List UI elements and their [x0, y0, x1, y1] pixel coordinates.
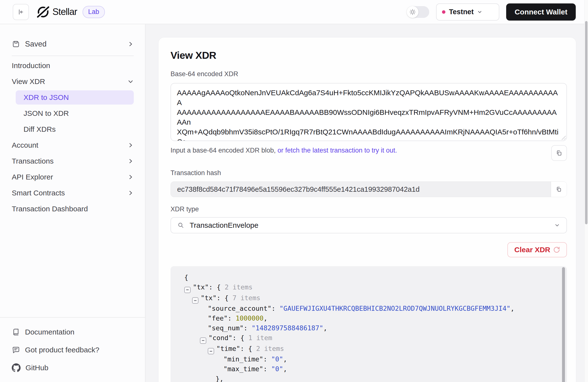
sidebar-item-label: XDR to JSON: [23, 93, 69, 102]
collapse-node-icon[interactable]: [208, 348, 214, 354]
json-punctuation: : {: [232, 334, 245, 342]
json-items-count: 2 items: [252, 345, 284, 352]
sidebar-item-smart-contracts[interactable]: Smart Contracts: [0, 185, 145, 201]
top-header: Stellar Lab Testnet Connect Wallet: [0, 0, 588, 24]
json-punctuation: ,: [264, 314, 268, 322]
brand-name: Stellar: [52, 7, 77, 17]
tx-hash-input[interactable]: [171, 182, 551, 197]
json-items-count: 2 items: [221, 283, 252, 291]
sidebar-item-label: Introduction: [12, 61, 50, 70]
book-icon: [12, 328, 20, 336]
github-icon: [12, 363, 21, 372]
collapse-node-icon[interactable]: [192, 297, 198, 304]
chevron-right-icon: [127, 158, 134, 164]
json-viewer: {"tx": { 2 items"tx": { 7 items"source_a…: [170, 266, 567, 382]
json-key: "time": [216, 345, 240, 352]
json-punctuation: ,: [510, 305, 514, 312]
tx-hash-label: Transaction hash: [170, 169, 221, 177]
clear-xdr-button[interactable]: Clear XDR: [507, 242, 567, 257]
json-punctuation: },: [216, 375, 224, 382]
view-xdr-card: View XDR Base-64 encoded XDR Input a bas…: [158, 37, 576, 382]
json-key: "tx": [193, 283, 209, 291]
sidebar-item-introduction[interactable]: Introduction: [0, 58, 145, 74]
copy-icon: [556, 150, 563, 157]
collapse-node-icon[interactable]: [200, 338, 206, 344]
json-punctuation: :: [263, 365, 272, 373]
chevron-right-icon: [127, 142, 134, 148]
sidebar-item-label: API Explorer: [12, 173, 53, 181]
sidebar-item-diff-xdrs[interactable]: Diff XDRs: [16, 122, 134, 136]
sidebar-item-label: Transaction Dashboard: [12, 205, 88, 213]
json-line: "tx": { 2 items: [177, 282, 567, 293]
sidebar-footer-item-documentation[interactable]: Documentation: [0, 323, 145, 341]
copy-icon: [556, 186, 562, 192]
page-scrollbar-track[interactable]: [584, 0, 588, 382]
json-key: "max_time": [223, 365, 263, 373]
chevron-down-icon: [554, 222, 560, 228]
search-icon: [177, 222, 184, 229]
sidebar-item-label: Account: [12, 141, 38, 149]
tx-hash-field: [170, 181, 567, 197]
sidebar-item-label: JSON to XDR: [23, 109, 69, 118]
json-string-value: "0": [271, 355, 283, 363]
chevron-right-icon: [127, 190, 134, 196]
chevron-right-icon: [127, 41, 134, 47]
xdr-type-select[interactable]: TransactionEnvelope: [170, 217, 567, 233]
sidebar-item-label: View XDR: [12, 77, 45, 86]
sidebar-item-label: Transactions: [12, 157, 54, 165]
json-lines: {"tx": { 2 items"tx": { 7 items"source_a…: [177, 273, 567, 382]
clear-xdr-label: Clear XDR: [514, 246, 550, 254]
sidebar-item-saved[interactable]: Saved: [0, 36, 145, 53]
sidebar-item-transaction-dashboard[interactable]: Transaction Dashboard: [0, 201, 145, 217]
sidebar-footer-item-got-product-feedback-[interactable]: Got product feedback?: [0, 341, 145, 359]
sidebar-item-json-to-xdr[interactable]: JSON to XDR: [16, 106, 134, 121]
sidebar-divider: [12, 56, 134, 56]
json-string-value: "GAUEFWJIGXU4THKRCQBEBHICB2NO2LROD7QWJNU…: [279, 305, 511, 312]
json-line: "time": { 2 items: [177, 344, 567, 355]
json-key: "cond": [209, 334, 232, 342]
json-punctuation: :: [244, 324, 252, 332]
json-string-value: "0": [271, 365, 283, 373]
sidebar-item-api-explorer[interactable]: API Explorer: [0, 169, 145, 185]
xdr-textarea[interactable]: [170, 83, 567, 141]
save-icon: [12, 40, 20, 48]
network-name: Testnet: [449, 8, 474, 16]
json-scrollbar-thumb[interactable]: [562, 267, 565, 382]
json-key: "source_account": [208, 305, 272, 312]
sidebar-nav: IntroductionView XDRXDR to JSONJSON to X…: [0, 58, 145, 217]
fetch-latest-transaction-link[interactable]: or fetch the latest transaction to try i…: [278, 147, 397, 154]
sidebar-item-label: Smart Contracts: [12, 189, 65, 197]
json-items-count: 7 items: [229, 294, 260, 302]
json-punctuation: :: [272, 305, 279, 312]
xdr-hint: Input a base-64 encoded XDR blob, or fet…: [170, 147, 397, 154]
connect-wallet-button[interactable]: Connect Wallet: [506, 3, 576, 20]
feedback-icon: [12, 346, 20, 354]
sidebar-item-label: Saved: [25, 40, 46, 48]
json-punctuation: ,: [323, 324, 327, 332]
sidebar-item-xdr-to-json[interactable]: XDR to JSON: [16, 90, 134, 104]
sidebar-item-view-xdr[interactable]: View XDR: [0, 74, 145, 89]
theme-toggle[interactable]: [407, 6, 429, 18]
json-punctuation: : {: [209, 283, 221, 291]
page-scrollbar-thumb[interactable]: [585, 21, 588, 224]
sidebar-item-account[interactable]: Account: [0, 137, 145, 153]
chevron-right-icon: [127, 174, 134, 180]
json-line: "source_account": "GAUEFWJIGXU4THKRCQBEB…: [177, 304, 567, 313]
network-select[interactable]: Testnet: [436, 3, 499, 20]
copy-hash-button[interactable]: [551, 182, 567, 197]
collapse-node-icon[interactable]: [184, 287, 191, 293]
sidebar-item-transactions[interactable]: Transactions: [0, 153, 145, 169]
collapse-sidebar-button[interactable]: [13, 4, 29, 20]
sidebar-footer-item-github[interactable]: GitHub: [0, 359, 145, 377]
xdr-input-label: Base-64 encoded XDR: [170, 70, 238, 78]
sidebar: Saved IntroductionView XDRXDR to JSONJSO…: [0, 24, 146, 382]
stellar-logo[interactable]: Stellar: [37, 6, 77, 18]
json-line: "tx": { 7 items: [177, 293, 567, 304]
json-number-value: 1000000: [236, 314, 264, 322]
theme-toggle-knob: [407, 6, 419, 18]
copy-xdr-button[interactable]: [551, 145, 567, 161]
sidebar-footer-label: Documentation: [25, 328, 74, 336]
json-punctuation: ,: [283, 355, 287, 363]
json-punctuation: ,: [283, 365, 287, 373]
stellar-logo-icon: [37, 6, 49, 18]
